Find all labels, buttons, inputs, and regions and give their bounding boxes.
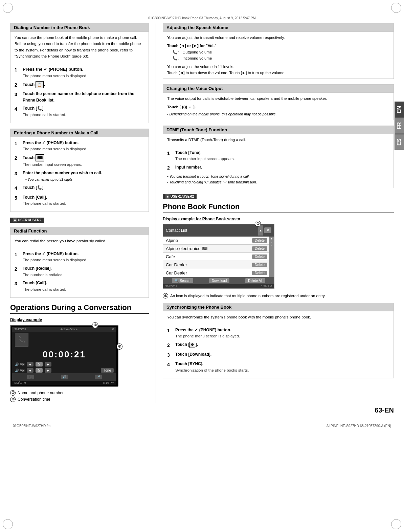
pb-status-right: 8:39 PM xyxy=(261,285,272,288)
conv-vol-btn-left-1[interactable]: ◄ xyxy=(27,362,33,367)
pb-close-btn[interactable]: ✕ xyxy=(264,227,271,233)
pb-row-1: Alpine Delete xyxy=(163,237,274,245)
sync-step-1: 1 Press the ✓ (PHONE) button. The phone … xyxy=(167,327,389,339)
redial-step-2: 2 Touch [Redial]. The number is redialed… xyxy=(15,265,144,278)
pb-row-3-delete[interactable]: Delete xyxy=(252,254,267,259)
conv-vol-num-2: 5 xyxy=(36,368,43,373)
enter-step-5-cmd: Touch [Call]. xyxy=(23,195,47,200)
enter-step-5-sub: The phone call is started. xyxy=(23,201,66,205)
section-dialing-intro: You can use the phone book of the mobile… xyxy=(15,35,144,60)
step-4-sub: The phone call is started. xyxy=(23,113,66,117)
pb-title: Contact List xyxy=(166,228,187,233)
pb-row-1-name: Alpine xyxy=(166,238,178,243)
pb-footer-search[interactable]: 🔍 Search xyxy=(172,278,193,283)
sync-step-3-cmd: Touch [Download]. xyxy=(175,352,211,357)
side-tab-en[interactable]: EN xyxy=(395,102,404,118)
pb-annot-circle-label: ① xyxy=(163,293,168,298)
conv-tone-btn[interactable]: Tone xyxy=(101,368,114,373)
main-layout: Dialing a Number in the Phone Book You c… xyxy=(0,23,404,403)
conv-annot-2: ② xyxy=(116,343,122,350)
sync-step-4-cmd: Touch [SYNC]. xyxy=(175,361,203,366)
pb-row-4-name: Car Dealer xyxy=(166,262,187,267)
pb-row-4-delete[interactable]: Delete xyxy=(252,263,267,267)
conv-footer-btn-1[interactable]: 📞 xyxy=(27,375,34,379)
conv-controls-1: 🔊 Vol ◄ 5 ► xyxy=(12,361,116,368)
enter-step-4-cmd: Touch [📞]. xyxy=(23,185,45,190)
conv-footer-btn-3[interactable]: 🎤 xyxy=(95,375,102,379)
conv-footer-btn-2[interactable]: 🔊 xyxy=(61,375,68,379)
side-tab-es[interactable]: ES xyxy=(395,134,404,150)
conv-vol-btn-right-2[interactable]: ► xyxy=(45,368,51,373)
enter-step-2-cmd: Touch ⌨. xyxy=(23,155,46,160)
step-num-4: 4 xyxy=(15,105,21,113)
conv-top-left: SM/GTH xyxy=(14,328,26,331)
changing-intro: The voice output for calls is switchable… xyxy=(167,95,389,102)
conv-top-right: ✕ xyxy=(112,328,114,331)
pb-status-bar: SM/GTH 8:39 PM xyxy=(163,284,274,288)
step-4-content: Touch [📞]. The phone call is started. xyxy=(23,105,144,118)
conv-status-left: SM/GTH xyxy=(14,381,26,384)
redial-step-num-3: 3 xyxy=(15,280,21,287)
enter-step-3-note: • You can enter up to 31 digits. xyxy=(25,177,73,181)
enter-step-2: 2 Touch ⌨. The number input screen appea… xyxy=(15,154,144,168)
enter-step-3-cmd: Enter the phone number you wish to call. xyxy=(23,171,102,175)
step-1-sub: The phone menu screen is displayed. xyxy=(23,74,87,78)
pb-annot-list: ① An icon is displayed to indicate that … xyxy=(163,293,394,299)
pb-annot-text: An icon is displayed to indicate that mu… xyxy=(170,293,326,299)
enter-step-num-4: 4 xyxy=(15,184,21,192)
pb-row-5-delete[interactable]: Delete xyxy=(252,271,267,275)
section-redial-intro: You can redial the person you have previ… xyxy=(15,238,144,244)
pb-screen: Contact List ▲ ✕ ● • • xyxy=(163,224,274,289)
conv-annot-1-text: Name and phone number xyxy=(18,391,64,395)
conv-avatar: 📞 xyxy=(15,333,28,347)
conv-vol-btn-right-1[interactable]: ► xyxy=(45,362,51,367)
pb-footer-download[interactable]: Download xyxy=(209,278,229,283)
enter-step-4: 4 Touch [📞]. xyxy=(15,184,144,192)
sync-step-4-sub: Synchronization of the phone books start… xyxy=(175,368,249,372)
user-badge-area-2: ■ USER1/USER2 xyxy=(163,194,394,201)
redial-step-num-1: 1 xyxy=(15,251,21,258)
pb-title-right: ▲ ✕ xyxy=(258,225,271,236)
dtmf-note-1: • You can transmit a Touch-Tone signal d… xyxy=(167,174,389,179)
dtmf-step-num-1: 1 xyxy=(167,150,173,157)
pb-row-2: Alpine electronics 📞 Delete xyxy=(163,245,274,253)
conv-vol-btn-left-2[interactable]: ◄ xyxy=(27,368,33,373)
enter-step-2-content: Touch ⌨. The number input screen appears… xyxy=(23,154,144,168)
pb-scrollbar[interactable]: ● • • xyxy=(269,237,274,277)
sync-step-2: 2 Touch [⚙]. xyxy=(167,341,389,349)
corner-mark-tl xyxy=(3,3,13,13)
annot-circle-2: ② xyxy=(10,397,16,402)
pb-footer: 🔍 Search Download Delete All xyxy=(163,277,274,284)
step-1: 1 Press the ✓ (PHONE) button. The phone … xyxy=(15,66,144,79)
section-sync-title: Synchronizing the Phone Book xyxy=(163,303,394,311)
sync-step-4: 4 Touch [SYNC]. Synchronization of the p… xyxy=(167,361,389,373)
pb-display-example-label: Display example for Phone Book screen xyxy=(163,217,394,221)
pb-annot-item: ① An icon is displayed to indicate that … xyxy=(163,293,394,299)
sync-step-num-3: 3 xyxy=(167,351,173,359)
enter-step-5-content: Touch [Call]. The phone call is started. xyxy=(23,194,144,207)
pb-row-2-delete[interactable]: Delete xyxy=(252,246,267,251)
section-adjust-content: You can adjust the transmit volume and r… xyxy=(163,32,394,79)
conv-status-bar: SM/GTH 8:19 PM xyxy=(12,381,116,385)
enter-step-1-content: Press the ✓ (PHONE) button. The phone me… xyxy=(23,140,144,152)
section-redial-content: You can redial the person you have previ… xyxy=(10,235,149,297)
pb-footer-delete-all[interactable]: Delete All xyxy=(245,278,265,283)
conv-vol-label-1: 🔊 Vol xyxy=(15,362,25,366)
adjust-touch-cmd: Touch [◄] or [►] for "Vol." xyxy=(167,43,389,49)
enter-step-num-2: 2 xyxy=(15,154,21,162)
page-number: 63-EN xyxy=(375,406,394,414)
adjust-note: You can adjust the volume in 11 levels. … xyxy=(167,64,389,76)
corner-mark-bl xyxy=(3,519,13,529)
step-num-2: 2 xyxy=(15,81,21,89)
redial-step-1-content: Press the ✓ (PHONE) button. The phone me… xyxy=(23,251,144,263)
sync-step-3-content: Touch [Download]. xyxy=(175,351,389,358)
side-tab-fr[interactable]: FR xyxy=(395,118,404,134)
section-dialing-content: You can use the phone book of the mobile… xyxy=(10,32,149,123)
pb-row-1-delete[interactable]: Delete xyxy=(252,238,267,243)
step-1-cmd: Press the ✓ (PHONE) button. xyxy=(23,67,83,72)
dtmf-step-1-sub: The number input screen appears. xyxy=(175,157,235,161)
section-changing-content: The voice output for calls is switchable… xyxy=(163,93,394,120)
step-3: 3 Touch the person name or the telephone… xyxy=(15,91,144,103)
enter-step-1: 1 Press the ✓ (PHONE) button. The phone … xyxy=(15,140,144,152)
pb-scroll-top[interactable]: ▲ xyxy=(258,225,263,236)
